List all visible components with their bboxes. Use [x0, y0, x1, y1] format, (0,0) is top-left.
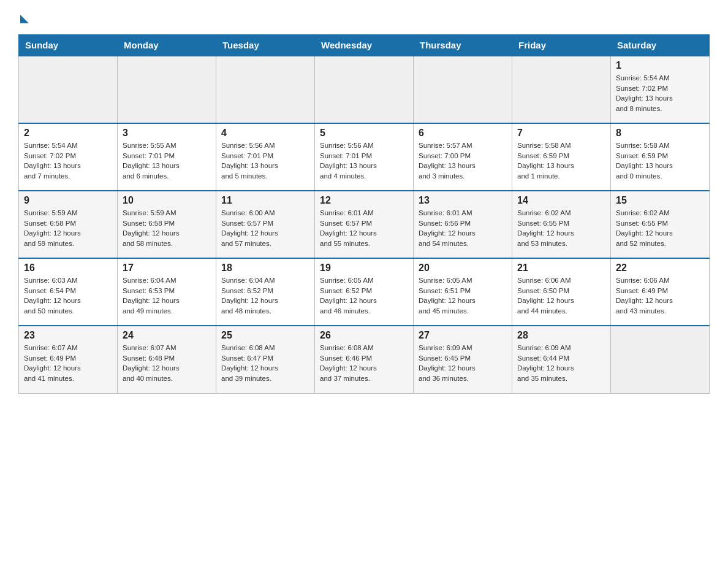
calendar-cell: 14Sunrise: 6:02 AM Sunset: 6:55 PM Dayli… [512, 191, 611, 258]
calendar-cell: 18Sunrise: 6:04 AM Sunset: 6:52 PM Dayli… [216, 258, 315, 326]
day-number: 21 [517, 262, 605, 274]
calendar-cell: 7Sunrise: 5:58 AM Sunset: 6:59 PM Daylig… [512, 123, 611, 191]
calendar-cell [118, 56, 216, 123]
day-info: Sunrise: 6:09 AM Sunset: 6:45 PM Dayligh… [419, 343, 507, 384]
calendar-cell: 10Sunrise: 5:59 AM Sunset: 6:58 PM Dayli… [118, 191, 216, 258]
calendar-cell: 6Sunrise: 5:57 AM Sunset: 7:00 PM Daylig… [414, 123, 512, 191]
day-info: Sunrise: 6:04 AM Sunset: 6:52 PM Dayligh… [221, 275, 309, 316]
day-number: 27 [419, 330, 507, 341]
calendar-week-row: 2Sunrise: 5:54 AM Sunset: 7:02 PM Daylig… [19, 123, 710, 191]
day-info: Sunrise: 5:55 AM Sunset: 7:01 PM Dayligh… [123, 140, 211, 182]
calendar-cell: 20Sunrise: 6:05 AM Sunset: 6:51 PM Dayli… [414, 258, 512, 326]
day-info: Sunrise: 6:03 AM Sunset: 6:54 PM Dayligh… [24, 275, 112, 316]
calendar-week-row: 16Sunrise: 6:03 AM Sunset: 6:54 PM Dayli… [19, 258, 710, 326]
calendar-cell: 19Sunrise: 6:05 AM Sunset: 6:52 PM Dayli… [315, 258, 414, 326]
day-number: 9 [24, 195, 112, 206]
day-info: Sunrise: 5:54 AM Sunset: 7:02 PM Dayligh… [24, 140, 112, 182]
calendar-week-row: 23Sunrise: 6:07 AM Sunset: 6:49 PM Dayli… [19, 326, 710, 393]
calendar-cell: 13Sunrise: 6:01 AM Sunset: 6:56 PM Dayli… [414, 191, 512, 258]
calendar-cell: 28Sunrise: 6:09 AM Sunset: 6:44 PM Dayli… [512, 326, 611, 393]
day-info: Sunrise: 6:00 AM Sunset: 6:57 PM Dayligh… [221, 208, 309, 249]
calendar-cell: 15Sunrise: 6:02 AM Sunset: 6:55 PM Dayli… [611, 191, 710, 258]
day-number: 20 [419, 262, 507, 274]
day-info: Sunrise: 6:01 AM Sunset: 6:57 PM Dayligh… [320, 208, 408, 249]
calendar-cell: 1Sunrise: 5:54 AM Sunset: 7:02 PM Daylig… [611, 56, 710, 123]
day-number: 3 [123, 128, 211, 139]
calendar-cell: 26Sunrise: 6:08 AM Sunset: 6:46 PM Dayli… [315, 326, 414, 393]
day-number: 13 [419, 195, 507, 206]
day-info: Sunrise: 6:07 AM Sunset: 6:49 PM Dayligh… [24, 343, 112, 384]
day-number: 19 [320, 262, 408, 274]
day-info: Sunrise: 5:56 AM Sunset: 7:01 PM Dayligh… [320, 140, 408, 182]
day-info: Sunrise: 6:02 AM Sunset: 6:55 PM Dayligh… [517, 208, 605, 249]
day-number: 18 [221, 262, 309, 274]
calendar-cell: 8Sunrise: 5:58 AM Sunset: 6:59 PM Daylig… [611, 123, 710, 191]
day-number: 28 [517, 330, 605, 341]
day-number: 24 [123, 330, 211, 341]
day-number: 4 [221, 128, 309, 139]
calendar-cell: 17Sunrise: 6:04 AM Sunset: 6:53 PM Dayli… [118, 258, 216, 326]
day-number: 23 [24, 330, 112, 341]
day-number: 15 [616, 195, 704, 206]
day-number: 6 [419, 128, 507, 139]
calendar-cell: 2Sunrise: 5:54 AM Sunset: 7:02 PM Daylig… [19, 123, 118, 191]
weekday-header-tuesday: Tuesday [216, 35, 315, 56]
day-info: Sunrise: 5:59 AM Sunset: 6:58 PM Dayligh… [123, 208, 211, 249]
day-info: Sunrise: 5:57 AM Sunset: 7:00 PM Dayligh… [419, 140, 507, 182]
day-info: Sunrise: 6:06 AM Sunset: 6:49 PM Dayligh… [616, 275, 704, 316]
weekday-header-monday: Monday [118, 35, 216, 56]
calendar-cell: 23Sunrise: 6:07 AM Sunset: 6:49 PM Dayli… [19, 326, 118, 393]
calendar-cell [315, 56, 414, 123]
weekday-header-wednesday: Wednesday [315, 35, 414, 56]
day-number: 10 [123, 195, 211, 206]
calendar-cell: 25Sunrise: 6:08 AM Sunset: 6:47 PM Dayli… [216, 326, 315, 393]
day-info: Sunrise: 6:05 AM Sunset: 6:51 PM Dayligh… [419, 275, 507, 316]
day-number: 7 [517, 128, 605, 139]
day-number: 14 [517, 195, 605, 206]
day-number: 8 [616, 128, 704, 139]
calendar-cell: 3Sunrise: 5:55 AM Sunset: 7:01 PM Daylig… [118, 123, 216, 191]
day-info: Sunrise: 6:02 AM Sunset: 6:55 PM Dayligh… [616, 208, 704, 249]
day-info: Sunrise: 6:07 AM Sunset: 6:48 PM Dayligh… [123, 343, 211, 384]
calendar-cell: 22Sunrise: 6:06 AM Sunset: 6:49 PM Dayli… [611, 258, 710, 326]
calendar-cell: 4Sunrise: 5:56 AM Sunset: 7:01 PM Daylig… [216, 123, 315, 191]
calendar-cell: 12Sunrise: 6:01 AM Sunset: 6:57 PM Dayli… [315, 191, 414, 258]
calendar-cell [414, 56, 512, 123]
day-info: Sunrise: 6:09 AM Sunset: 6:44 PM Dayligh… [517, 343, 605, 384]
calendar-cell: 27Sunrise: 6:09 AM Sunset: 6:45 PM Dayli… [414, 326, 512, 393]
day-info: Sunrise: 6:04 AM Sunset: 6:53 PM Dayligh… [123, 275, 211, 316]
day-info: Sunrise: 5:58 AM Sunset: 6:59 PM Dayligh… [517, 140, 605, 182]
day-number: 11 [221, 195, 309, 206]
day-info: Sunrise: 6:08 AM Sunset: 6:46 PM Dayligh… [320, 343, 408, 384]
calendar-cell [611, 326, 710, 393]
weekday-header-row: SundayMondayTuesdayWednesdayThursdayFrid… [19, 35, 710, 56]
logo-arrow-icon [20, 15, 29, 23]
day-info: Sunrise: 6:01 AM Sunset: 6:56 PM Dayligh… [419, 208, 507, 249]
calendar-cell: 9Sunrise: 5:59 AM Sunset: 6:58 PM Daylig… [19, 191, 118, 258]
page-header [18, 12, 710, 22]
day-number: 22 [616, 262, 704, 274]
day-info: Sunrise: 6:06 AM Sunset: 6:50 PM Dayligh… [517, 275, 605, 316]
day-info: Sunrise: 6:05 AM Sunset: 6:52 PM Dayligh… [320, 275, 408, 316]
calendar-cell: 24Sunrise: 6:07 AM Sunset: 6:48 PM Dayli… [118, 326, 216, 393]
day-info: Sunrise: 5:54 AM Sunset: 7:02 PM Dayligh… [616, 73, 704, 114]
day-number: 26 [320, 330, 408, 341]
day-number: 17 [123, 262, 211, 274]
weekday-header-friday: Friday [512, 35, 611, 56]
calendar-cell: 5Sunrise: 5:56 AM Sunset: 7:01 PM Daylig… [315, 123, 414, 191]
day-info: Sunrise: 5:56 AM Sunset: 7:01 PM Dayligh… [221, 140, 309, 182]
calendar-cell [19, 56, 118, 123]
day-number: 2 [24, 128, 112, 139]
day-number: 5 [320, 128, 408, 139]
weekday-header-thursday: Thursday [414, 35, 512, 56]
weekday-header-sunday: Sunday [19, 35, 118, 56]
day-info: Sunrise: 6:08 AM Sunset: 6:47 PM Dayligh… [221, 343, 309, 384]
calendar-cell: 21Sunrise: 6:06 AM Sunset: 6:50 PM Dayli… [512, 258, 611, 326]
day-number: 16 [24, 262, 112, 274]
calendar-week-row: 9Sunrise: 5:59 AM Sunset: 6:58 PM Daylig… [19, 191, 710, 258]
day-number: 1 [616, 60, 704, 71]
day-number: 12 [320, 195, 408, 206]
logo [18, 12, 29, 22]
calendar-table: SundayMondayTuesdayWednesdayThursdayFrid… [18, 34, 710, 394]
calendar-cell [512, 56, 611, 123]
